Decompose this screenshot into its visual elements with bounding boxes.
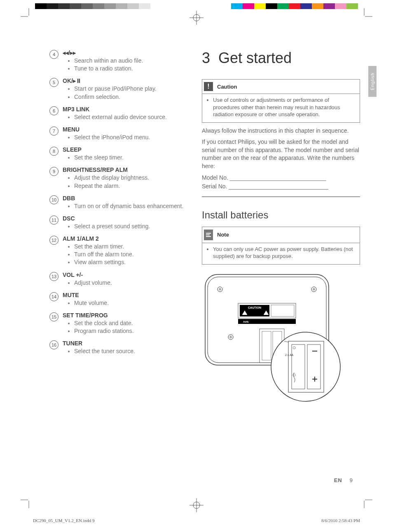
item-title: MP3 LINK — [63, 106, 185, 112]
item-title-text: SLEEP — [63, 146, 82, 153]
item-number: 11 — [49, 216, 58, 225]
bullet: Search within an audio file. — [74, 57, 185, 64]
model-no-line: Model No. ______________________________ — [202, 174, 360, 182]
footer-lang: EN — [334, 477, 342, 483]
item-title-text: BRIGHTNESS/REP ALM — [63, 166, 128, 173]
item-title: DSC — [63, 215, 185, 222]
transport-glyph-icon: ◂◂/▸▸ — [63, 49, 76, 56]
bullet: Select the tuner source. — [74, 347, 185, 355]
page-footer: EN9 — [334, 477, 353, 483]
item-body: BRIGHTNESS/REP ALMAdjust the display bri… — [63, 166, 185, 190]
item-title-text: DBB — [63, 195, 75, 202]
bullet: View alarm settings. — [74, 258, 185, 266]
chapter-title: Get started — [218, 49, 292, 66]
bullet: Confirm selection. — [74, 93, 185, 101]
item-title: SET TIME/PROG — [63, 312, 185, 319]
bullet: Tune to a radio station. — [74, 65, 185, 72]
bullet: Start or pause iPod/iPhone play. — [74, 85, 185, 92]
control-item: 12ALM 1/ALM 2Set the alarm timer.Turn of… — [49, 235, 185, 267]
bullet: Set the clock and date. — [74, 319, 185, 327]
item-title: ◂◂/▸▸ — [63, 49, 185, 56]
item-number: 6 — [49, 106, 58, 115]
crop-mark-icon — [360, 496, 372, 508]
item-title: DBB — [63, 195, 185, 202]
control-item: 13VOL +/-Adjust volume. — [49, 272, 185, 287]
crop-mark-icon — [21, 8, 33, 21]
slug-timestamp: 8/6/2010 2:58:43 PM — [321, 518, 360, 523]
item-number: 8 — [49, 147, 58, 156]
item-title: OK/▸⏸ — [63, 77, 185, 84]
item-number: 13 — [49, 272, 58, 281]
bullet: Repeat the alarm. — [74, 182, 185, 190]
item-number: 9 — [49, 167, 58, 176]
item-body: SLEEPSet the sleep timer. — [63, 146, 185, 162]
item-body: DBBTurn on or off dynamic bass enhanceme… — [63, 195, 185, 210]
svg-text:2 x AA: 2 x AA — [285, 354, 294, 356]
item-number: 4 — [49, 50, 58, 59]
note-label: Note — [217, 232, 229, 238]
item-bullets: Set the alarm timer.Turn off the alarm t… — [63, 243, 185, 266]
item-bullets: Select the tuner source. — [63, 347, 185, 355]
item-bullets: Select external audio device source. — [63, 113, 185, 121]
left-column: 4◂◂/▸▸Search within an audio file.Tune t… — [49, 49, 185, 474]
bullet: Turn on or off dynamic bass enhancement. — [74, 202, 185, 210]
item-number: 16 — [49, 340, 58, 349]
item-body: TUNERSelect the tuner source. — [63, 340, 185, 355]
item-number: 10 — [49, 195, 58, 204]
language-tab: English — [368, 66, 377, 97]
item-bullets: Adjust the display brightness.Repeat the… — [63, 174, 185, 189]
control-item: 14MUTEMute volume. — [49, 292, 185, 307]
control-item: 7MENUSelect the iPhone/iPod menu. — [49, 126, 185, 141]
svg-text:CAUTION: CAUTION — [248, 306, 261, 309]
item-bullets: Select the iPhone/iPod menu. — [63, 134, 185, 141]
registration-mark-icon — [189, 498, 204, 512]
item-title-text: MENU — [63, 126, 80, 133]
item-number: 15 — [49, 312, 58, 321]
control-item: 16TUNERSelect the tuner source. — [49, 340, 185, 355]
item-number: 14 — [49, 292, 58, 301]
control-item: 4◂◂/▸▸Search within an audio file.Tune t… — [49, 49, 185, 73]
color-swatches — [231, 3, 358, 9]
item-bullets: Mute volume. — [63, 299, 185, 307]
bullet: Turn off the alarm tone. — [74, 251, 185, 258]
item-bullets: Search within an audio file.Tune to a ra… — [63, 57, 185, 72]
item-body: MP3 LINKSelect external audio device sou… — [63, 106, 185, 121]
caution-label: Caution — [217, 84, 237, 90]
paragraph: If you contact Philips, you will be aske… — [202, 138, 360, 170]
bullet: Set the sleep timer. — [74, 154, 185, 161]
item-bullets: Start or pause iPod/iPhone play.Confirm … — [63, 85, 185, 100]
bullet: Adjust volume. — [74, 279, 185, 286]
battery-illustration: CAUTION AVIS — [202, 271, 360, 404]
control-item: 11DSCSelect a preset sound setting. — [49, 215, 185, 230]
item-bullets: Turn on or off dynamic bass enhancement. — [63, 202, 185, 210]
caution-box: ! Caution Use of controls or adjustments… — [202, 79, 360, 123]
item-title-text: MUTE — [63, 292, 79, 298]
item-body: ◂◂/▸▸Search within an audio file.Tune to… — [63, 49, 185, 73]
crop-mark-icon — [21, 496, 33, 508]
item-title: ALM 1/ALM 2 — [63, 235, 185, 242]
serial-no-line: Serial No. _____________________________… — [202, 183, 360, 191]
item-body: SET TIME/PROGSet the clock and date.Prog… — [63, 312, 185, 335]
item-title: MUTE — [63, 292, 185, 298]
bullet: Select the iPhone/iPod menu. — [74, 134, 185, 141]
divider — [202, 197, 360, 197]
control-item: 5OK/▸⏸Start or pause iPod/iPhone play.Co… — [49, 77, 185, 101]
caution-icon: ! — [204, 82, 213, 91]
item-title-text: DSC — [63, 215, 75, 222]
item-title: BRIGHTNESS/REP ALM — [63, 166, 185, 173]
control-item: 10DBBTurn on or off dynamic bass enhance… — [49, 195, 185, 210]
bullet: Program radio stations. — [74, 327, 185, 335]
item-title: SLEEP — [63, 146, 185, 153]
item-bullets: Set the sleep timer. — [63, 154, 185, 161]
control-item: 6MP3 LINKSelect external audio device so… — [49, 106, 185, 121]
chapter-number: 3 — [202, 49, 210, 66]
item-body: MUTEMute volume. — [63, 292, 185, 307]
note-text: You can only use AC power as power suppl… — [213, 246, 356, 260]
item-title: TUNER — [63, 340, 185, 347]
print-marks-top — [0, 3, 393, 24]
slug-file: DC290_05_UM_V1.2_EN.indd 9 — [33, 518, 94, 523]
bullet: Select external audio device source. — [74, 113, 185, 121]
item-body: DSCSelect a preset sound setting. — [63, 215, 185, 230]
item-bullets: Select a preset sound setting. — [63, 223, 185, 230]
control-item: 9BRIGHTNESS/REP ALMAdjust the display br… — [49, 166, 185, 190]
